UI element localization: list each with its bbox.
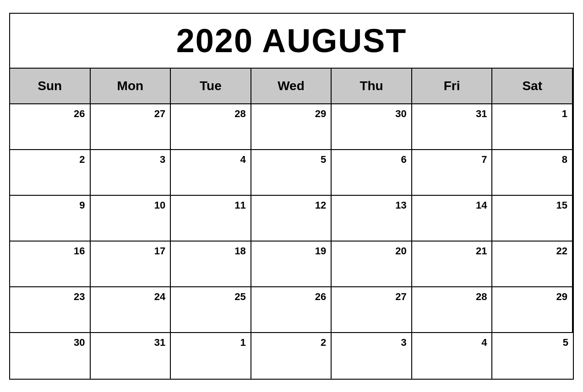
day-cell[interactable]: 7 xyxy=(412,150,493,196)
day-cell[interactable]: 2 xyxy=(251,333,332,379)
calendar-title-section: 2020 AUGUST xyxy=(10,14,573,69)
day-number: 21 xyxy=(416,245,487,257)
day-cell[interactable]: 3 xyxy=(332,333,412,379)
day-number: 5 xyxy=(496,337,568,349)
day-number: 4 xyxy=(174,154,246,166)
day-number: 15 xyxy=(496,199,567,211)
day-number: 23 xyxy=(14,291,85,303)
day-number: 30 xyxy=(335,108,407,120)
day-cell[interactable]: 4 xyxy=(412,333,493,379)
day-number: 17 xyxy=(94,245,166,257)
day-cell[interactable]: 31 xyxy=(412,104,493,150)
day-header-tue: Tue xyxy=(171,69,251,104)
day-header-mon: Mon xyxy=(91,69,171,104)
day-cell[interactable]: 28 xyxy=(412,287,493,333)
day-cell[interactable]: 27 xyxy=(332,287,412,333)
day-number: 1 xyxy=(174,337,246,349)
day-number: 16 xyxy=(14,245,85,257)
day-number: 19 xyxy=(255,245,327,257)
day-cell[interactable]: 1 xyxy=(492,104,573,150)
day-cell[interactable]: 27 xyxy=(91,104,171,150)
day-number: 1 xyxy=(496,108,567,120)
day-number: 31 xyxy=(416,108,487,120)
day-number: 27 xyxy=(335,291,407,303)
day-number: 12 xyxy=(255,199,327,211)
day-cell[interactable]: 25 xyxy=(171,287,251,333)
day-number: 5 xyxy=(255,154,327,166)
day-cell[interactable]: 24 xyxy=(91,287,171,333)
calendar-grid: SunMonTueWedThuFriSat2627282930311234567… xyxy=(10,69,573,379)
day-cell[interactable]: 15 xyxy=(492,196,573,242)
day-cell[interactable]: 30 xyxy=(332,104,412,150)
day-number: 13 xyxy=(335,199,407,211)
day-number: 3 xyxy=(335,337,407,349)
day-number: 28 xyxy=(416,291,487,303)
day-number: 30 xyxy=(14,337,85,349)
day-number: 26 xyxy=(255,291,327,303)
day-cell[interactable]: 5 xyxy=(251,150,332,196)
day-header-wed: Wed xyxy=(251,69,332,104)
day-cell[interactable]: 2 xyxy=(10,150,91,196)
day-number: 18 xyxy=(174,245,246,257)
day-header-sat: Sat xyxy=(492,69,573,104)
day-number: 4 xyxy=(416,337,487,349)
day-cell[interactable]: 19 xyxy=(251,242,332,287)
day-cell[interactable]: 5 xyxy=(492,333,573,379)
day-number: 26 xyxy=(14,108,85,120)
day-number: 11 xyxy=(174,199,246,211)
day-cell[interactable]: 1 xyxy=(171,333,251,379)
day-cell[interactable]: 3 xyxy=(91,150,171,196)
day-cell[interactable]: 26 xyxy=(10,104,91,150)
calendar-title: 2020 AUGUST xyxy=(15,22,568,59)
day-cell[interactable]: 22 xyxy=(492,242,573,287)
day-cell[interactable]: 11 xyxy=(171,196,251,242)
day-number: 27 xyxy=(94,108,166,120)
day-cell[interactable]: 28 xyxy=(171,104,251,150)
day-cell[interactable]: 30 xyxy=(10,333,91,379)
day-number: 31 xyxy=(94,337,166,349)
day-number: 14 xyxy=(416,199,487,211)
day-cell[interactable]: 12 xyxy=(251,196,332,242)
day-header-thu: Thu xyxy=(332,69,412,104)
day-number: 9 xyxy=(14,199,85,211)
day-number: 8 xyxy=(496,154,567,166)
day-number: 7 xyxy=(416,154,487,166)
day-cell[interactable]: 17 xyxy=(91,242,171,287)
day-number: 2 xyxy=(14,154,85,166)
day-number: 6 xyxy=(335,154,407,166)
day-number: 24 xyxy=(94,291,166,303)
day-cell[interactable]: 29 xyxy=(492,287,573,333)
day-cell[interactable]: 8 xyxy=(492,150,573,196)
day-cell[interactable]: 16 xyxy=(10,242,91,287)
day-number: 29 xyxy=(255,108,327,120)
day-number: 20 xyxy=(335,245,407,257)
day-number: 10 xyxy=(94,199,166,211)
day-number: 29 xyxy=(496,291,567,303)
day-cell[interactable]: 20 xyxy=(332,242,412,287)
day-number: 3 xyxy=(94,154,166,166)
day-cell[interactable]: 14 xyxy=(412,196,493,242)
day-number: 2 xyxy=(255,337,327,349)
day-number: 22 xyxy=(496,245,567,257)
day-cell[interactable]: 21 xyxy=(412,242,493,287)
day-cell[interactable]: 10 xyxy=(91,196,171,242)
day-header-fri: Fri xyxy=(412,69,493,104)
calendar: 2020 AUGUST SunMonTueWedThuFriSat2627282… xyxy=(9,13,574,380)
day-cell[interactable]: 23 xyxy=(10,287,91,333)
day-number: 25 xyxy=(174,291,246,303)
day-cell[interactable]: 4 xyxy=(171,150,251,196)
day-cell[interactable]: 9 xyxy=(10,196,91,242)
day-cell[interactable]: 26 xyxy=(251,287,332,333)
day-cell[interactable]: 18 xyxy=(171,242,251,287)
day-cell[interactable]: 29 xyxy=(251,104,332,150)
day-cell[interactable]: 6 xyxy=(332,150,412,196)
day-cell[interactable]: 31 xyxy=(91,333,171,379)
day-cell[interactable]: 13 xyxy=(332,196,412,242)
day-header-sun: Sun xyxy=(10,69,91,104)
day-number: 28 xyxy=(174,108,246,120)
